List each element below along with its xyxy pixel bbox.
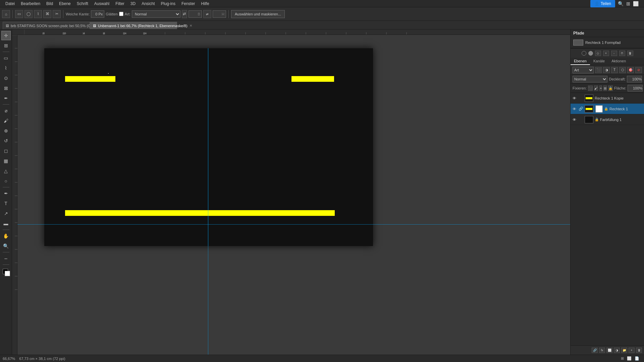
artboard-tool[interactable]: ⊞ (1, 41, 11, 50)
fix-all-btn[interactable]: 🔒 (608, 85, 613, 91)
pfade-stroke-icon[interactable] (588, 51, 593, 56)
tab-unbenannt-close[interactable]: ✕ (190, 24, 192, 27)
menu-ansicht[interactable]: Ansicht (139, 1, 157, 7)
hand-tool[interactable]: ✋ (1, 231, 11, 241)
lasso-tool[interactable]: ⌇ (34, 10, 42, 18)
ellipse-select-tool[interactable]: ◯ (24, 10, 33, 18)
history-brush-tool[interactable]: ↺ (1, 136, 11, 145)
menu-plugins[interactable]: Plug-ins (158, 1, 178, 7)
move-tool[interactable]: ✛ (1, 31, 11, 40)
swap-dimensions-btn[interactable]: ⇌ (203, 10, 211, 18)
deckkraft-input[interactable] (627, 76, 642, 82)
rect-select-tool[interactable]: ▭ (15, 10, 23, 18)
add-mask-btn[interactable]: ⬜ (606, 348, 612, 353)
tab-ebenen[interactable]: Ebenen (571, 58, 590, 65)
flache-input[interactable] (628, 85, 643, 92)
menu-filter[interactable]: Filter (113, 1, 127, 7)
auswahlen-button[interactable]: Auswählen und maskieren... (231, 10, 285, 18)
tab-kanaele[interactable]: Kanäle (590, 58, 608, 65)
brush-tool[interactable]: 🖌 (1, 116, 11, 125)
layer-eye-icon[interactable]: 👁 (573, 107, 577, 111)
pfade-subtract-icon[interactable]: - (611, 51, 617, 56)
art-select[interactable]: Normal Fest Festes Seitenverhältnis Fest… (132, 10, 180, 18)
delete-layer-btn[interactable]: 🗑 (636, 348, 642, 353)
new-adjustment-btn[interactable]: ◑ (614, 348, 620, 353)
crop-tool-side[interactable]: ⊠ (1, 83, 11, 93)
window-icon[interactable]: ⬜ (633, 1, 639, 6)
menu-auswahl[interactable]: Auswahl (92, 1, 112, 7)
fix-position-btn[interactable]: + (599, 85, 602, 91)
fix-transparent-btn[interactable]: ⬛ (588, 85, 593, 91)
menu-3d[interactable]: 3D (128, 1, 138, 7)
pfade-intersect-icon[interactable]: ⊓ (619, 51, 625, 56)
magic-wand-tool[interactable]: ⌘ (43, 10, 51, 18)
pfade-add-icon[interactable]: + (603, 51, 609, 56)
fix-pixel-btn[interactable]: 🖌 (594, 85, 598, 91)
crop-tool[interactable]: ✂ (53, 10, 61, 18)
layer-eye-icon[interactable]: 👁 (573, 118, 577, 122)
link-layers-btn[interactable]: 🔗 (592, 348, 598, 353)
eyedropper-tool[interactable]: ✒ (1, 94, 11, 103)
grid-icon[interactable]: ⊞ (621, 356, 624, 360)
pfade-item[interactable]: Rechteck 1 Formpfad (571, 39, 644, 47)
zoom-tool[interactable]: 🔍 (1, 241, 11, 251)
menu-hilfe[interactable]: Hilfe (199, 1, 212, 7)
filter-pixel-btn[interactable]: ⬛ (595, 67, 602, 73)
status-bar: 66,67% 67,73 cm × 38,1 cm (72 ppi) ⊞ ⬜ 📄 (0, 355, 644, 362)
gradient-tool[interactable]: ▦ (1, 156, 11, 166)
filter-smart-btn[interactable]: 🎯 (627, 67, 634, 73)
search-kind-select[interactable]: Art Name Effekt Modus Farbe (573, 67, 594, 73)
eraser-tool[interactable]: ◻ (1, 146, 11, 156)
menu-schrift[interactable]: Schrift (74, 1, 91, 7)
fg-bg-colors[interactable] (1, 267, 11, 277)
home-button[interactable]: ⌂ (2, 10, 10, 18)
filter-shape-btn[interactable]: ⬡ (619, 67, 626, 73)
lasso-tool-side[interactable]: ⌇ (1, 63, 11, 73)
blur-tool[interactable]: △ (1, 166, 11, 176)
layer-item[interactable]: 👁 Rechteck 1 Kopie (571, 93, 644, 104)
blend-mode-select[interactable]: Normal Auflösen Abdunkeln Multiplizieren… (573, 76, 607, 82)
new-layer-btn[interactable]: + (629, 348, 635, 353)
rect-marquee-tool[interactable]: ▭ (1, 53, 11, 63)
menu-fenster[interactable]: Fenster (179, 1, 198, 7)
layer-eye-icon[interactable]: 👁 (573, 96, 577, 100)
pen-tool[interactable]: ✒ (1, 189, 11, 198)
height-input[interactable] (213, 10, 226, 18)
fix-artboard-btn[interactable]: ⊞ (603, 85, 607, 91)
glatten-checkbox[interactable] (119, 12, 123, 16)
pfade-delete-icon[interactable]: 🗑 (627, 51, 633, 56)
width-input[interactable] (189, 10, 202, 18)
search-icon[interactable]: 🔍 (618, 1, 624, 6)
clone-stamp-tool[interactable]: ⊕ (1, 126, 11, 135)
menu-ebene[interactable]: Ebene (56, 1, 73, 7)
pfade-fill-icon[interactable] (582, 51, 586, 56)
tab-aktionen[interactable]: Aktionen (608, 58, 629, 65)
canvas-icon[interactable]: ⬜ (627, 356, 632, 360)
spot-heal-tool[interactable]: ⌀ (1, 106, 11, 115)
add-style-btn[interactable]: fx (599, 348, 605, 353)
menu-datei[interactable]: Datei (3, 1, 17, 7)
path-select-tool[interactable]: ↗ (1, 209, 11, 218)
more-tools[interactable]: ••• (1, 254, 11, 263)
filter-adjustment-btn[interactable]: ◑ (603, 67, 610, 73)
new-group-btn[interactable]: 📁 (621, 348, 627, 353)
menu-bild[interactable]: Bild (44, 1, 56, 7)
shape-tool[interactable]: ▬ (1, 219, 11, 228)
dodge-tool[interactable]: ○ (1, 176, 11, 186)
pfade-convert-icon[interactable]: ◇ (595, 51, 601, 56)
text-tool[interactable]: T (1, 199, 11, 208)
tab-brb[interactable]: 🖼 brb STARTING SOON screen.psdc bei 50,5… (3, 22, 90, 29)
layer-item[interactable]: 👁 🔗 🔒 Rechteck 1 (571, 104, 644, 114)
share-button[interactable]: 👤 Teilen (590, 0, 615, 7)
filter-off-btn[interactable]: ⊘ (635, 67, 642, 73)
object-select-tool[interactable]: ⊙ (1, 73, 11, 83)
layer-item[interactable]: 👁 🔒 Farbfüllung 1 (571, 114, 644, 125)
menu-bearbeiten[interactable]: Bearbeiten (18, 1, 43, 7)
weiche-kante-input[interactable] (91, 10, 104, 18)
canvas-viewport[interactable] (17, 35, 570, 355)
filter-text-btn[interactable]: T (611, 67, 618, 73)
new-doc-icon[interactable]: 📄 (635, 356, 639, 360)
arrange-icon[interactable]: ⊞ (626, 1, 630, 6)
tab-unbenannt[interactable]: 🖼 Unbenannt-1 bei 66,7% (Rechteck 1, Ebe… (90, 22, 177, 29)
swap-wh-btn[interactable]: ⇄ (182, 10, 187, 18)
